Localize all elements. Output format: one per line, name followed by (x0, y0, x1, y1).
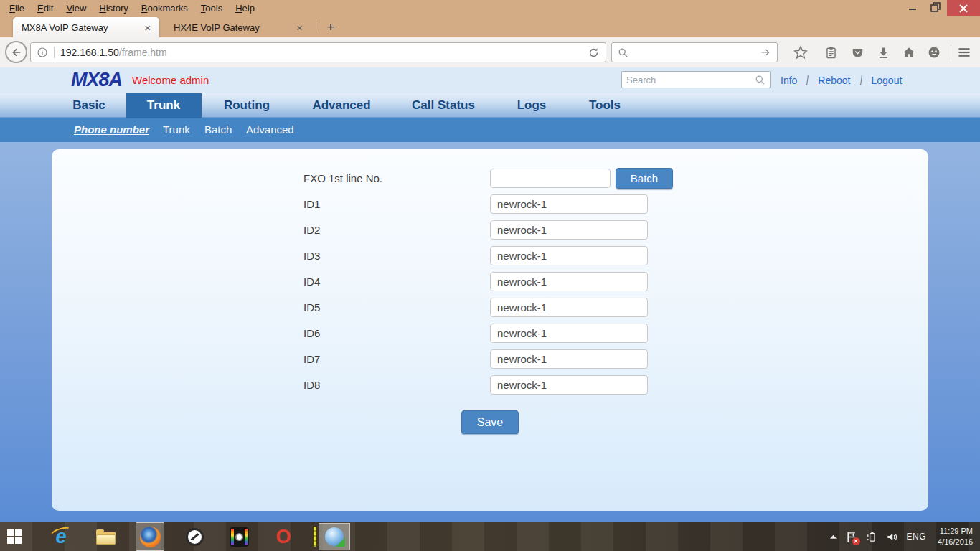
id-row: ID8 (303, 375, 928, 395)
clock[interactable]: 11:29 PM 4/16/2016 (935, 526, 973, 547)
id-row: ID7 (303, 349, 928, 369)
browser-search-bar[interactable] (611, 42, 778, 62)
reboot-link[interactable]: Reboot (818, 75, 850, 86)
id2-input[interactable] (490, 220, 648, 240)
menu-view[interactable]: View (60, 1, 93, 15)
taskbar-file-explorer[interactable] (91, 522, 120, 551)
bookmark-star-icon[interactable] (792, 44, 809, 61)
nav-trunk[interactable]: Trunk (147, 93, 180, 118)
restore-button[interactable] (924, 0, 947, 14)
fxo-input[interactable] (490, 169, 611, 188)
minimize-button[interactable] (901, 0, 924, 14)
back-icon (11, 47, 22, 58)
id8-input[interactable] (490, 375, 648, 395)
menu-history[interactable]: History (93, 1, 134, 15)
hidden-icons-button[interactable] (829, 534, 837, 540)
nav-routing[interactable]: Routing (224, 93, 270, 118)
nav-basic[interactable]: Basic (72, 93, 105, 118)
nav-tools[interactable]: Tools (589, 93, 621, 118)
header-links: Info Reboot Logout (781, 67, 902, 93)
site-header: MX8A Welcome admin Info Reboot Logout (0, 67, 980, 93)
camera-app-icon (230, 527, 249, 547)
menu-edit[interactable]: Edit (31, 1, 60, 15)
pocket-icon[interactable] (849, 44, 866, 61)
caret-up-icon (829, 534, 837, 540)
nav-call-status[interactable]: Call Status (412, 93, 475, 118)
taskbar-internet-explorer[interactable]: e (47, 522, 75, 551)
menu-hamburger-icon[interactable] (956, 44, 973, 61)
download-icon[interactable] (875, 44, 892, 61)
taskbar-camera-app[interactable] (225, 522, 253, 551)
nav-logs[interactable]: Logs (517, 93, 547, 118)
close-button[interactable] (947, 0, 980, 17)
id7-input[interactable] (490, 349, 648, 369)
browser-tabstrip: MX8A VoIP Gateway × HX4E VoIP Gateway × … (0, 16, 980, 37)
url-divider (54, 47, 55, 58)
logout-link[interactable]: Logout (872, 75, 903, 86)
menu-bookmarks[interactable]: Bookmarks (135, 1, 194, 15)
id5-input[interactable] (490, 298, 648, 317)
subnav-batch[interactable]: Batch (204, 118, 232, 142)
url-bar[interactable]: 192.168.1.50/frame.htm (30, 42, 606, 62)
windows-logo-icon (7, 529, 22, 544)
circle-browser-icon (186, 528, 204, 546)
id6-label: ID6 (303, 327, 490, 339)
window-controls (901, 0, 980, 16)
hello-smiley-icon[interactable] (925, 44, 943, 61)
url-path: /frame.htm (119, 47, 167, 58)
id-row: ID1 (303, 194, 928, 214)
id8-label: ID8 (303, 379, 490, 391)
info-link[interactable]: Info (781, 75, 797, 86)
home-icon[interactable] (900, 44, 918, 61)
id3-input[interactable] (490, 246, 648, 265)
link-separator (806, 75, 809, 85)
tab-separator (316, 21, 316, 33)
language-indicator[interactable]: ENG (907, 532, 927, 542)
subnav-phone-number[interactable]: Phone number (74, 118, 149, 142)
browser-search-input[interactable] (633, 47, 755, 58)
clock-time: 11:29 PM (938, 526, 973, 537)
power-battery-button[interactable] (866, 531, 877, 543)
subnav-advanced[interactable]: Advanced (246, 118, 294, 142)
id5-label: ID5 (303, 301, 490, 314)
menu-help[interactable]: Help (229, 1, 261, 15)
menu-tools[interactable]: Tools (194, 1, 229, 15)
save-button[interactable]: Save (461, 410, 519, 434)
sub-nav: Phone number Trunk Batch Advanced (0, 118, 980, 142)
batch-button[interactable]: Batch (616, 168, 673, 189)
subnav-trunk[interactable]: Trunk (163, 118, 190, 142)
reading-list-icon[interactable] (822, 44, 839, 61)
id3-label: ID3 (303, 250, 490, 262)
welcome-text: Welcome admin (132, 74, 209, 86)
back-button[interactable] (5, 41, 27, 63)
id4-input[interactable] (490, 272, 648, 291)
taskbar-circle-browser[interactable] (180, 522, 209, 551)
tab-close-icon[interactable]: × (141, 22, 154, 34)
volume-button[interactable] (886, 531, 898, 543)
site-search-box[interactable] (621, 71, 771, 88)
tab-close-icon[interactable]: × (293, 22, 306, 34)
id1-input[interactable] (490, 194, 648, 214)
taskbar-firefox[interactable] (136, 522, 164, 551)
system-tray: ✕ ENG 11:29 PM 4/16/2016 (829, 526, 980, 547)
info-icon[interactable] (37, 47, 48, 58)
menu-file[interactable]: File (3, 1, 31, 15)
reload-icon[interactable] (588, 47, 600, 59)
opera-icon: O (275, 527, 291, 547)
site-search-input[interactable] (626, 75, 755, 85)
nav-advanced[interactable]: Advanced (312, 93, 370, 118)
go-icon[interactable] (760, 47, 771, 58)
id6-input[interactable] (490, 324, 648, 343)
fxo-label: FXO 1st line No. (303, 172, 490, 184)
tab-mx8a[interactable]: MX8A VoIP Gateway × (13, 17, 159, 37)
action-center-button[interactable]: ✕ (846, 531, 857, 543)
new-tab-button[interactable]: + (321, 18, 340, 37)
taskbar-opera[interactable]: O (269, 522, 298, 551)
taskbar-idm[interactable] (319, 523, 350, 550)
url-host: 192.168.1.50 (60, 47, 119, 58)
tab-hx4e[interactable]: HX4E VoIP Gateway × (165, 17, 311, 37)
start-button[interactable] (0, 522, 29, 551)
battery-icon (866, 531, 877, 543)
search-icon (618, 47, 628, 58)
taskbar: e O ✕ (0, 522, 980, 551)
